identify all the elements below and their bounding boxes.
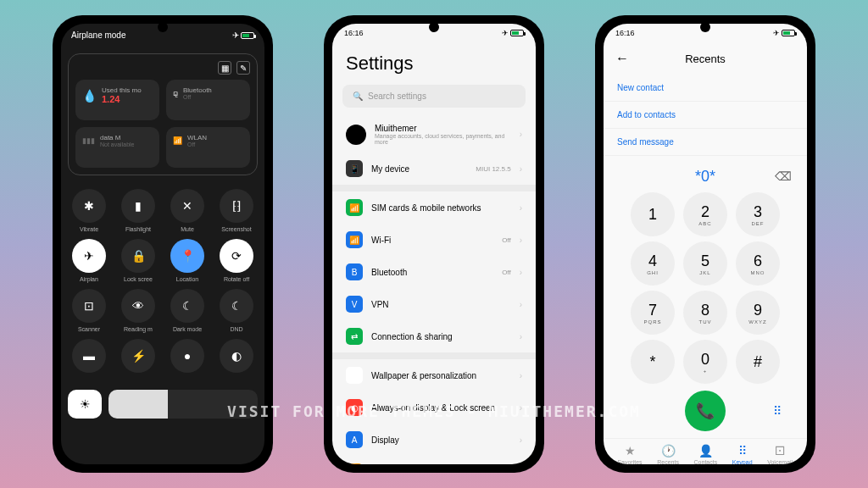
toggle-icon: ⊡ [72,289,106,323]
settings-item[interactable]: 🔊Sound & vibration› [332,456,536,464]
status-time: 16:16 [344,29,364,37]
item-icon: ◧ [346,367,363,384]
nav-item[interactable]: 🕐Recents [657,444,679,464]
contact-action[interactable]: New contact [604,75,807,102]
dial-key[interactable]: 1 [631,192,675,236]
account-item[interactable]: MiuithemerManage accounts, cloud service… [332,116,536,152]
quick-toggle[interactable]: ◐ [215,339,258,376]
quick-toggle[interactable]: ● [166,339,209,376]
toggle-label: Location [176,276,198,282]
toggle-label: Flashlight [125,226,151,232]
device-icon: 📱 [346,160,363,177]
nav-label: Voicemail [767,459,793,464]
quick-toggle[interactable]: ▮Flashlight [117,189,159,232]
quick-toggle[interactable]: ⊡Scanner [68,289,110,332]
settings-item[interactable]: ◧Wallpaper & personalization› [332,359,536,391]
quick-toggle[interactable]: 🔒Lock scree [117,239,159,282]
nav-item[interactable]: 👤Contacts [694,444,718,464]
quick-toggle[interactable]: ✈Airplan [68,239,110,282]
chevron-right-icon: › [520,435,522,445]
signal-icon: ▮▮▮ [82,136,95,145]
dial-key[interactable]: 9WXYZ [736,291,780,335]
quick-toggle[interactable]: ☾DND [215,289,258,332]
nav-item[interactable]: ★Favorites [618,444,643,464]
settings-item[interactable]: ⇄Connection & sharing› [332,320,536,352]
bottom-nav: ★Favorites🕐Recents👤Contacts⠿Keypad⚀Voice… [604,438,807,464]
item-value: Off [502,236,511,244]
dial-key[interactable]: 7PQRS [631,291,675,335]
wlan-tile[interactable]: 📶 WLAN Off [166,127,250,168]
nav-icon: 🕐 [661,444,676,458]
quick-toggle[interactable]: ⚡ [117,339,159,376]
status-title: Airplane mode [71,30,125,40]
search-input[interactable]: 🔍Search settings [342,85,526,108]
quick-toggle[interactable]: ✕Mute [166,189,209,232]
item-icon: 📶 [346,199,363,216]
item-icon: 🔊 [346,463,363,464]
wifi-icon: 📶 [173,136,182,145]
dial-key[interactable]: # [736,340,780,384]
notch [158,22,168,32]
sim-icon[interactable]: ▦ [218,61,231,75]
item-label: Connection & sharing [371,332,511,341]
call-button[interactable]: 📞 [685,391,726,431]
settings-item[interactable]: 📶Wi-FiOff› [332,224,536,256]
contact-action[interactable]: Send message [604,129,807,156]
quick-toggle[interactable]: ⟳Rotate off [215,239,258,282]
settings-item[interactable]: VVPN› [332,288,536,320]
item-label: Display [371,435,511,445]
quick-toggle[interactable]: 📍Location [166,239,209,282]
dial-key[interactable]: 5JKL [683,241,727,286]
quick-toggle[interactable]: ▬ [68,339,110,376]
back-button[interactable]: ← [615,51,629,66]
dial-key[interactable]: 4GHI [631,241,675,286]
quick-toggle[interactable]: ☾Dark mode [166,289,209,332]
status-time: 16:16 [615,29,635,37]
toggle-icon: ✱ [72,189,106,223]
toggle-label: Reading m [124,326,153,332]
bluetooth-tile[interactable]: ⚼ Bluetooth Off [166,80,250,120]
notch [700,22,710,32]
toggle-icon: ● [170,339,204,373]
connectivity-card: ▦ ✎ 💧 Used this mo 1.24 ⚼ Bluetooth Off … [68,53,258,175]
toggle-label: Rotate off [224,276,249,282]
toggle-icon: 📍 [170,239,204,273]
quick-toggle[interactable]: ✱Vibrate [68,189,110,232]
my-device-item[interactable]: 📱 My device MIUI 12.5.5 › [332,152,536,185]
keypad-toggle-icon[interactable]: ⠿ [773,404,782,418]
chevron-right-icon: › [520,332,522,341]
nav-item[interactable]: ⠿Keypad [732,444,753,464]
toggle-icon: ⁅⁆ [220,189,253,223]
nav-label: Favorites [618,459,643,464]
quick-toggle[interactable]: ⁅⁆Screenshot [215,189,258,232]
chevron-right-icon: › [520,268,522,277]
dial-key[interactable]: 8TUV [683,291,727,335]
item-label: SIM cards & mobile networks [371,203,511,213]
edit-icon[interactable]: ✎ [236,61,250,75]
toggle-icon: ◐ [220,339,253,373]
toggle-label: Lock scree [124,276,153,282]
backspace-button[interactable]: ⌫ [775,169,792,183]
toggle-icon: ✕ [170,189,204,223]
nav-item[interactable]: ⚀Voicemail [767,444,793,464]
battery-icon: ✈ [773,29,795,37]
dial-key[interactable]: * [631,340,675,384]
data-usage-tile[interactable]: 💧 Used this mo 1.24 [75,80,159,120]
dial-key[interactable]: 3DEF [736,192,780,236]
brightness-auto-button[interactable]: ☀ [68,390,102,419]
settings-item[interactable]: 📶SIM cards & mobile networks› [332,191,536,224]
nav-icon: ⚀ [775,444,785,458]
dial-key[interactable]: 6MNO [736,241,780,286]
settings-item[interactable]: BBluetoothOff› [332,256,536,288]
item-icon: B [346,263,363,280]
chevron-right-icon: › [520,236,522,245]
dial-key[interactable]: 2ABC [683,192,727,236]
toggle-icon: ▬ [72,339,106,373]
quick-toggle[interactable]: 👁Reading m [117,289,159,332]
dial-key[interactable]: 0+ [683,340,727,384]
contact-action[interactable]: Add to contacts [604,102,807,129]
settings-item[interactable]: ADisplay› [332,424,536,456]
toggle-label: Scanner [78,326,100,332]
mobile-data-tile[interactable]: ▮▮▮ data M Not available [75,127,159,168]
nav-icon: ★ [625,444,636,458]
